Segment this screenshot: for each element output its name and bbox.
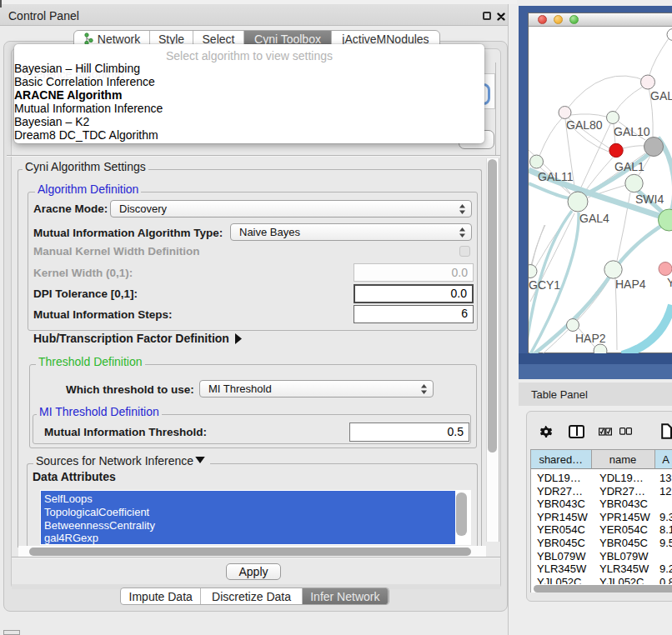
svg-text:HAP4: HAP4	[615, 278, 646, 291]
svg-text:GAL: GAL	[650, 89, 672, 102]
svg-text:SWI4: SWI4	[635, 192, 664, 206]
svg-text:GAL4: GAL4	[579, 212, 609, 225]
svg-text:GAL80: GAL80	[566, 118, 603, 132]
svg-text:Y: Y	[667, 276, 672, 289]
svg-text:GAL11: GAL11	[538, 170, 574, 183]
svg-text:GCY1: GCY1	[529, 278, 560, 292]
svg-text:HAP2: HAP2	[575, 332, 606, 345]
svg-text:GAL10: GAL10	[614, 125, 650, 138]
svg-text:GAL1: GAL1	[614, 160, 644, 173]
